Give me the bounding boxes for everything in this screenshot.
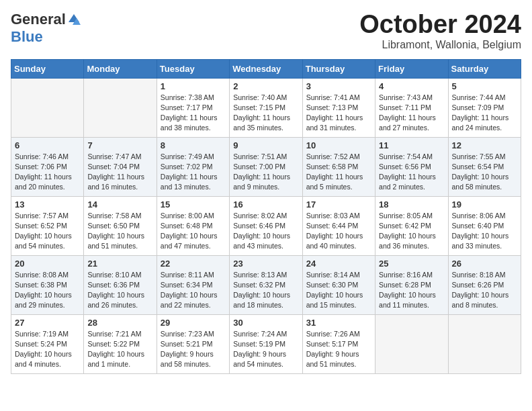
col-header-sunday: Sunday [11,59,84,78]
day-cell-10: 10Sunrise: 7:52 AMSunset: 6:58 PMDayligh… [302,137,375,196]
day-number: 25 [379,259,444,269]
day-cell-29: 29Sunrise: 7:23 AMSunset: 5:21 PMDayligh… [157,314,229,373]
calendar-week-row: 13Sunrise: 7:57 AMSunset: 6:52 PMDayligh… [11,196,521,255]
day-number: 31 [306,318,371,328]
day-cell-26: 26Sunrise: 8:18 AMSunset: 6:26 PMDayligh… [448,255,521,314]
day-number: 1 [161,81,226,91]
day-cell-8: 8Sunrise: 7:49 AMSunset: 7:02 PMDaylight… [157,137,229,196]
day-cell-12: 12Sunrise: 7:55 AMSunset: 6:54 PMDayligh… [448,137,521,196]
day-info: Sunrise: 7:44 AMSunset: 7:09 PMDaylight:… [452,93,517,134]
calendar-week-row: 20Sunrise: 8:08 AMSunset: 6:38 PMDayligh… [11,255,521,314]
day-info: Sunrise: 7:24 AMSunset: 5:19 PMDaylight:… [233,329,298,370]
col-header-tuesday: Tuesday [157,59,229,78]
day-number: 4 [379,81,444,91]
day-info: Sunrise: 8:00 AMSunset: 6:48 PMDaylight:… [161,211,226,252]
day-number: 28 [87,318,152,328]
day-cell-9: 9Sunrise: 7:51 AMSunset: 7:00 PMDaylight… [230,137,302,196]
day-cell-2: 2Sunrise: 7:40 AMSunset: 7:15 PMDaylight… [230,78,302,137]
day-info: Sunrise: 8:02 AMSunset: 6:46 PMDaylight:… [233,211,298,252]
empty-cell [11,78,84,137]
title-block: October 2024 Libramont, Wallonia, Belgiu… [359,11,521,51]
day-info: Sunrise: 7:43 AMSunset: 7:11 PMDaylight:… [379,93,444,134]
day-cell-16: 16Sunrise: 8:02 AMSunset: 6:46 PMDayligh… [230,196,302,255]
col-header-friday: Friday [375,59,448,78]
day-info: Sunrise: 7:26 AMSunset: 5:17 PMDaylight:… [306,329,371,370]
col-header-thursday: Thursday [302,59,375,78]
col-header-monday: Monday [84,59,157,78]
day-info: Sunrise: 8:08 AMSunset: 6:38 PMDaylight:… [15,270,80,311]
day-info: Sunrise: 7:41 AMSunset: 7:13 PMDaylight:… [306,93,371,134]
day-cell-24: 24Sunrise: 8:14 AMSunset: 6:30 PMDayligh… [302,255,375,314]
empty-cell [448,314,521,373]
day-cell-23: 23Sunrise: 8:13 AMSunset: 6:32 PMDayligh… [230,255,302,314]
day-cell-31: 31Sunrise: 7:26 AMSunset: 5:17 PMDayligh… [302,314,375,373]
day-info: Sunrise: 7:54 AMSunset: 6:56 PMDaylight:… [379,152,444,193]
day-number: 7 [87,140,152,150]
day-info: Sunrise: 8:05 AMSunset: 6:42 PMDaylight:… [379,211,444,252]
day-info: Sunrise: 7:58 AMSunset: 6:50 PMDaylight:… [87,211,152,252]
day-info: Sunrise: 7:49 AMSunset: 7:02 PMDaylight:… [161,152,226,193]
day-info: Sunrise: 8:10 AMSunset: 6:36 PMDaylight:… [87,270,152,311]
day-cell-25: 25Sunrise: 8:16 AMSunset: 6:28 PMDayligh… [375,255,448,314]
day-number: 24 [306,259,371,269]
logo: General Blue [11,11,81,46]
logo-icon [67,13,81,26]
day-number: 3 [306,81,371,91]
calendar-week-row: 1Sunrise: 7:38 AMSunset: 7:17 PMDaylight… [11,78,521,137]
day-number: 23 [233,259,298,269]
day-info: Sunrise: 7:57 AMSunset: 6:52 PMDaylight:… [15,211,80,252]
day-number: 10 [306,140,371,150]
day-info: Sunrise: 7:38 AMSunset: 7:17 PMDaylight:… [161,93,226,134]
day-cell-6: 6Sunrise: 7:46 AMSunset: 7:06 PMDaylight… [11,137,84,196]
day-info: Sunrise: 8:11 AMSunset: 6:34 PMDaylight:… [161,270,226,311]
day-number: 19 [452,199,517,210]
location: Libramont, Wallonia, Belgium [359,39,521,51]
day-info: Sunrise: 7:51 AMSunset: 7:00 PMDaylight:… [233,152,298,193]
day-number: 14 [87,199,152,210]
logo-blue-text: Blue [11,28,43,46]
day-cell-11: 11Sunrise: 7:54 AMSunset: 6:56 PMDayligh… [375,137,448,196]
col-header-saturday: Saturday [448,59,521,78]
day-info: Sunrise: 8:03 AMSunset: 6:44 PMDaylight:… [306,211,371,252]
month-title: October 2024 [359,11,521,39]
day-cell-19: 19Sunrise: 8:06 AMSunset: 6:40 PMDayligh… [448,196,521,255]
day-info: Sunrise: 7:55 AMSunset: 6:54 PMDaylight:… [452,152,517,193]
day-number: 21 [87,259,152,269]
day-info: Sunrise: 7:21 AMSunset: 5:22 PMDaylight:… [87,329,152,370]
day-number: 27 [15,318,80,328]
day-number: 12 [452,140,517,150]
day-info: Sunrise: 7:47 AMSunset: 7:04 PMDaylight:… [87,152,152,193]
day-info: Sunrise: 7:52 AMSunset: 6:58 PMDaylight:… [306,152,371,193]
day-cell-13: 13Sunrise: 7:57 AMSunset: 6:52 PMDayligh… [11,196,84,255]
day-number: 8 [161,140,226,150]
day-info: Sunrise: 7:46 AMSunset: 7:06 PMDaylight:… [15,152,80,193]
day-cell-28: 28Sunrise: 7:21 AMSunset: 5:22 PMDayligh… [84,314,157,373]
day-number: 26 [452,259,517,269]
day-number: 5 [452,81,517,91]
day-number: 17 [306,199,371,210]
day-cell-17: 17Sunrise: 8:03 AMSunset: 6:44 PMDayligh… [302,196,375,255]
calendar-table: SundayMondayTuesdayWednesdayThursdayFrid… [11,59,521,374]
calendar-week-row: 6Sunrise: 7:46 AMSunset: 7:06 PMDaylight… [11,137,521,196]
day-info: Sunrise: 8:18 AMSunset: 6:26 PMDaylight:… [452,270,517,311]
day-cell-5: 5Sunrise: 7:44 AMSunset: 7:09 PMDaylight… [448,78,521,137]
day-number: 13 [15,199,80,210]
day-number: 20 [15,259,80,269]
day-number: 11 [379,140,444,150]
day-cell-3: 3Sunrise: 7:41 AMSunset: 7:13 PMDaylight… [302,78,375,137]
day-cell-18: 18Sunrise: 8:05 AMSunset: 6:42 PMDayligh… [375,196,448,255]
col-header-wednesday: Wednesday [230,59,302,78]
day-number: 2 [233,81,298,91]
day-number: 9 [233,140,298,150]
day-number: 30 [233,318,298,328]
page-header: General Blue October 2024 Libramont, Wal… [11,11,521,51]
day-info: Sunrise: 8:14 AMSunset: 6:30 PMDaylight:… [306,270,371,311]
empty-cell [375,314,448,373]
day-info: Sunrise: 8:06 AMSunset: 6:40 PMDaylight:… [452,211,517,252]
day-number: 16 [233,199,298,210]
day-cell-30: 30Sunrise: 7:24 AMSunset: 5:19 PMDayligh… [230,314,302,373]
day-info: Sunrise: 7:40 AMSunset: 7:15 PMDaylight:… [233,93,298,134]
day-cell-15: 15Sunrise: 8:00 AMSunset: 6:48 PMDayligh… [157,196,229,255]
day-cell-22: 22Sunrise: 8:11 AMSunset: 6:34 PMDayligh… [157,255,229,314]
empty-cell [84,78,157,137]
